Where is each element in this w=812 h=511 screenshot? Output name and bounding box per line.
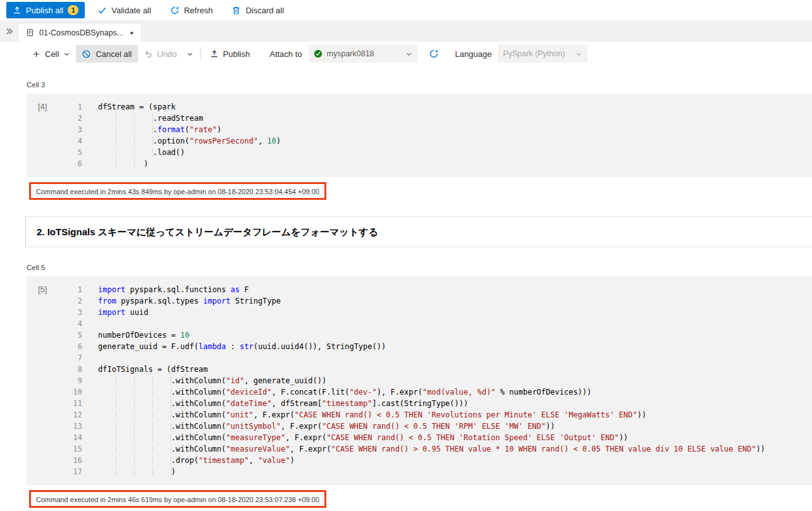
refresh-pool-button[interactable] (426, 46, 441, 61)
line-number: 8 (63, 364, 82, 375)
line-number: 5 (63, 147, 82, 158)
code-line (98, 352, 812, 364)
code-editor[interactable]: dfStream = (spark .readStream .format("r… (98, 101, 812, 169)
markdown-heading: 2. IoTSignals スキーマに従ってストリームデータフレームをフォーマッ… (37, 226, 801, 238)
execution-count: [4] (27, 101, 63, 113)
line-number: 2 (63, 295, 82, 307)
expand-sidebar-button[interactable] (0, 20, 18, 42)
line-number: 3 (63, 307, 82, 318)
cancel-circle-icon (82, 49, 91, 59)
publish-icon (210, 49, 219, 58)
undo-redo-menu-button[interactable] (183, 45, 197, 63)
markdown-cell[interactable]: 2. IoTSignals スキーマに従ってストリームデータフレームをフォーマッ… (25, 216, 812, 247)
chevron-down-icon (405, 51, 412, 58)
notebook-icon (26, 28, 34, 37)
line-numbers: 1234567891011121314151617 (63, 284, 82, 477)
code-cell: [4] 123456 dfStream = (spark .readStream… (27, 94, 812, 177)
tab-notebook[interactable]: 01-CosmosDBSynaps... ● (18, 23, 142, 42)
publish-button[interactable]: Publish (204, 45, 256, 63)
discard-all-label: Discard all (245, 6, 284, 15)
toolbar-divider (200, 48, 201, 59)
line-number: 4 (63, 135, 82, 147)
code-line: .withColumn("unit", F.expr("CASE WHEN ra… (98, 409, 812, 421)
line-number: 12 (63, 409, 82, 421)
code-line: .format("rate") (98, 124, 812, 135)
line-number: 14 (63, 432, 82, 443)
refresh-button[interactable]: Refresh (164, 2, 219, 18)
code-line: .option("rowsPerSecond", 10) (98, 135, 812, 147)
cell-block-3: Cell 3 [4] 123456 dfStream = (spark .rea… (0, 81, 812, 200)
code-line: ) (98, 158, 812, 169)
unsaved-dot-icon: ● (130, 30, 133, 36)
double-chevron-right-icon (5, 27, 13, 35)
line-number: 4 (63, 318, 82, 329)
code-line: import uuid (98, 307, 812, 318)
line-number: 17 (63, 466, 82, 477)
plus-icon (32, 50, 40, 58)
code-cell: [5] 1234567891011121314151617 import pys… (27, 276, 812, 485)
code-line: numberOfDevices = 10 (98, 329, 812, 341)
code-line: dfIoTSignals = (dfStream (98, 364, 812, 375)
chevron-down-icon (575, 51, 582, 58)
refresh-icon (429, 49, 439, 59)
language-select[interactable]: PySpark (Python) (498, 45, 587, 63)
execution-status: Command executed in 2mins 43s 849ms by o… (36, 188, 319, 195)
code-line: .load() (98, 147, 812, 158)
code-line: ) (98, 466, 812, 477)
code-line: import pyspark.sql.functions as F (98, 284, 812, 295)
undo-button[interactable]: Undo (138, 45, 183, 63)
cell-block-5: Cell 5 [5] 1234567891011121314151617 imp… (0, 264, 812, 508)
line-number: 3 (63, 124, 82, 135)
cancel-all-label: Cancel all (95, 49, 132, 59)
undo-label: Undo (157, 49, 177, 59)
attached-check-circle-icon (314, 49, 323, 58)
validate-all-button[interactable]: Validate all (91, 2, 157, 18)
code-line (98, 318, 812, 329)
line-number: 15 (63, 443, 82, 455)
refresh-icon (170, 6, 180, 15)
cell-label: Cell 3 (27, 81, 812, 89)
code-line: .withColumn("unitSymbol", F.expr("CASE W… (98, 421, 812, 432)
code-editor[interactable]: import pyspark.sql.functions as Ffrom py… (98, 284, 812, 477)
tab-strip: 01-CosmosDBSynaps... ● (0, 20, 812, 42)
attach-to-value: myspark0818 (327, 49, 401, 58)
chevron-down-icon (187, 51, 194, 58)
line-number: 10 (63, 386, 82, 398)
add-cell-button[interactable]: Cell (27, 45, 76, 63)
line-number: 2 (63, 113, 82, 124)
line-number: 7 (63, 352, 82, 364)
publish-icon (13, 6, 22, 15)
command-bar: Publish all 1 Validate all Refresh Disca… (0, 0, 812, 20)
language-label: Language (455, 49, 492, 59)
add-cell-label: Cell (45, 49, 59, 59)
line-number: 1 (63, 101, 82, 113)
code-line: dfStream = (spark (98, 101, 812, 113)
code-line: .readStream (98, 113, 812, 124)
notebook-content: Cell 3 [4] 123456 dfStream = (spark .rea… (0, 66, 812, 508)
attach-to-label: Attach to (269, 49, 302, 59)
code-line: .withColumn("deviceId", F.concat(F.lit("… (98, 386, 812, 398)
line-number: 13 (63, 421, 82, 432)
line-numbers: 123456 (63, 101, 82, 169)
code-line: .withColumn("measureType", F.expr("CASE … (98, 432, 812, 443)
line-number: 1 (63, 284, 82, 295)
execution-status-annotation: Command executed in 2mins 46s 619ms by o… (29, 490, 326, 508)
attach-to-select[interactable]: myspark0818 (309, 45, 417, 63)
check-icon (97, 6, 107, 15)
cancel-all-button[interactable]: Cancel all (76, 45, 137, 63)
cell-label: Cell 5 (27, 264, 812, 271)
language-value: PySpark (Python) (503, 49, 571, 58)
chevron-down-icon (63, 51, 70, 58)
code-line: .withColumn("dateTime", dfStream["timest… (98, 398, 812, 409)
line-number: 16 (63, 455, 82, 466)
code-line: .drop("timestamp", "value") (98, 455, 812, 466)
notebook-toolbar: Cell Cancel all Undo Publish Attach to m… (0, 42, 812, 66)
discard-all-button[interactable]: Discard all (225, 2, 290, 18)
publish-all-button[interactable]: Publish all 1 (6, 2, 85, 18)
publish-all-label: Publish all (26, 6, 63, 15)
pending-changes-badge: 1 (68, 5, 78, 15)
code-line: .withColumn("measureValue", F.expr("CASE… (98, 443, 812, 455)
line-number: 6 (63, 341, 82, 352)
trash-icon (231, 6, 241, 15)
line-number: 6 (63, 158, 82, 169)
